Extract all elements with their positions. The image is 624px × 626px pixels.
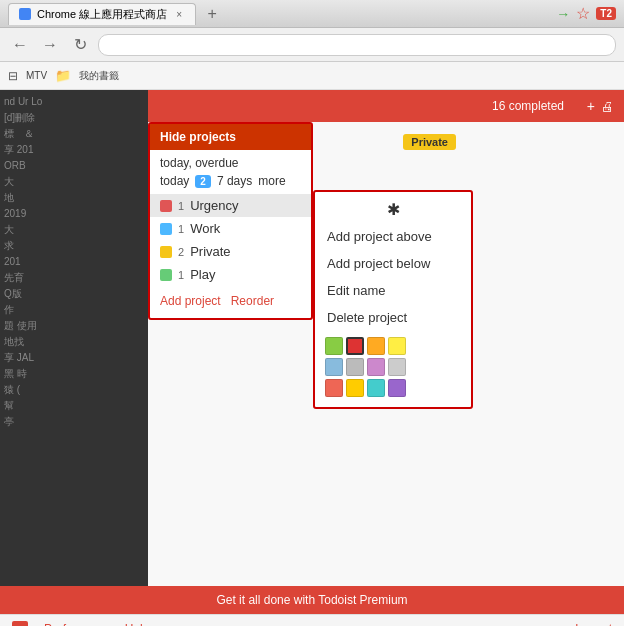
- context-menu-header: ✱: [315, 196, 471, 223]
- tab-title: Chrome 線上應用程式商店: [37, 7, 167, 22]
- project-count-play: 1: [178, 269, 184, 281]
- browser-titlebar: Chrome 線上應用程式商店 × + → ☆ T2: [0, 0, 624, 28]
- project-actions: Add project Reorder: [150, 286, 311, 310]
- color-purple[interactable]: [367, 358, 385, 376]
- filter-more[interactable]: more: [258, 174, 285, 188]
- bookmarks-bar-icon: ⊟: [8, 69, 18, 83]
- browser-addressbar: ← → ↻: [0, 28, 624, 62]
- project-list: 1 Urgency 1 Work 2 Private 1 Play: [150, 194, 311, 286]
- add-project-below-item[interactable]: Add project below: [315, 250, 471, 277]
- project-panel: Hide projects today, overdue today 2 7 d…: [148, 122, 313, 320]
- filter-bar: today, overdue: [150, 150, 311, 172]
- color-empty-3: [409, 379, 427, 397]
- header-icons: + 🖨: [587, 90, 614, 122]
- color-gray[interactable]: [346, 358, 364, 376]
- browser-tab[interactable]: Chrome 線上應用程式商店 ×: [8, 3, 196, 25]
- todoist-logo: [12, 621, 28, 627]
- filter-today[interactable]: today: [160, 174, 189, 188]
- toolbar-bookmarks[interactable]: 我的書籤: [75, 67, 123, 85]
- forward-button[interactable]: →: [38, 33, 62, 57]
- completed-count: 16 completed: [492, 90, 564, 122]
- project-count-private: 2: [178, 246, 184, 258]
- reorder-link[interactable]: Reorder: [231, 294, 274, 308]
- color-empty-1: [409, 337, 427, 355]
- bg-left-text: nd Ur Lo [d]刪除 標 ＆ 享 201 ORB 大 地 2019 大 …: [0, 90, 148, 434]
- color-green[interactable]: [325, 337, 343, 355]
- project-name-private: Private: [190, 244, 301, 259]
- toolbar-mtv[interactable]: MTV: [22, 68, 51, 83]
- folder-icon: 📁: [55, 68, 71, 83]
- star-gear-icon: ✱: [387, 200, 400, 219]
- bg-left-panel: nd Ur Lo [d]刪除 標 ＆ 享 201 ORB 大 地 2019 大 …: [0, 90, 148, 586]
- bottom-bar: Preferences Help Logout: [0, 614, 624, 626]
- project-name-work: Work: [190, 221, 301, 236]
- color-coral[interactable]: [325, 379, 343, 397]
- logout-link[interactable]: Logout: [575, 622, 612, 627]
- refresh-button[interactable]: ↻: [68, 33, 92, 57]
- project-name-play: Play: [190, 267, 301, 282]
- premium-text: Get it all done with Todoist Premium: [216, 593, 407, 607]
- premium-banner[interactable]: Get it all done with Todoist Premium: [0, 586, 624, 614]
- new-tab-button[interactable]: +: [202, 4, 222, 24]
- main-content: nd Ur Lo [d]刪除 標 ＆ 享 201 ORB 大 地 2019 大 …: [0, 90, 624, 586]
- hide-projects-button[interactable]: Hide projects: [150, 124, 311, 150]
- color-orange[interactable]: [367, 337, 385, 355]
- context-menu: ✱ Add project above Add project below Ed…: [313, 190, 473, 409]
- project-count-work: 1: [178, 223, 184, 235]
- print-button[interactable]: 🖨: [601, 99, 614, 114]
- t2-badge[interactable]: T2: [596, 7, 616, 20]
- private-badge: Private: [403, 134, 456, 150]
- project-name-urgency: Urgency: [190, 198, 301, 213]
- delete-project-item[interactable]: Delete project: [315, 304, 471, 331]
- color-light-gray[interactable]: [388, 358, 406, 376]
- project-item-private[interactable]: 2 Private: [150, 240, 311, 263]
- tab-close-button[interactable]: ×: [173, 8, 185, 20]
- add-project-link[interactable]: Add project: [160, 294, 221, 308]
- add-project-above-item[interactable]: Add project above: [315, 223, 471, 250]
- project-color-work: [160, 223, 172, 235]
- project-item-play[interactable]: 1 Play: [150, 263, 311, 286]
- color-red[interactable]: [346, 337, 364, 355]
- help-link[interactable]: Help: [125, 622, 150, 627]
- color-teal[interactable]: [367, 379, 385, 397]
- app-header: 16 completed + 🖨: [148, 90, 624, 122]
- star-arrow-icon: →: [556, 6, 570, 22]
- filter-7days[interactable]: 7 days: [217, 174, 252, 188]
- today-badge: 2: [195, 175, 211, 188]
- bookmark-star-icon[interactable]: ☆: [576, 4, 590, 23]
- color-gold[interactable]: [346, 379, 364, 397]
- preferences-link[interactable]: Preferences: [44, 622, 109, 627]
- project-item-work[interactable]: 1 Work: [150, 217, 311, 240]
- edit-name-item[interactable]: Edit name: [315, 277, 471, 304]
- color-blue[interactable]: [325, 358, 343, 376]
- project-color-play: [160, 269, 172, 281]
- address-bar[interactable]: [98, 34, 616, 56]
- back-button[interactable]: ←: [8, 33, 32, 57]
- browser-toolbar: ⊟ MTV 📁 我的書籤: [0, 62, 624, 90]
- color-violet[interactable]: [388, 379, 406, 397]
- add-task-button[interactable]: +: [587, 98, 595, 114]
- filter-bar-2: today 2 7 days more: [150, 172, 311, 190]
- color-empty-2: [409, 358, 427, 376]
- project-color-urgency: [160, 200, 172, 212]
- project-count-urgency: 1: [178, 200, 184, 212]
- color-yellow[interactable]: [388, 337, 406, 355]
- project-color-private: [160, 246, 172, 258]
- filter-today-overdue[interactable]: today, overdue: [160, 156, 239, 170]
- tab-favicon: [19, 8, 31, 20]
- project-item-urgency[interactable]: 1 Urgency: [150, 194, 311, 217]
- color-grid: [315, 331, 471, 403]
